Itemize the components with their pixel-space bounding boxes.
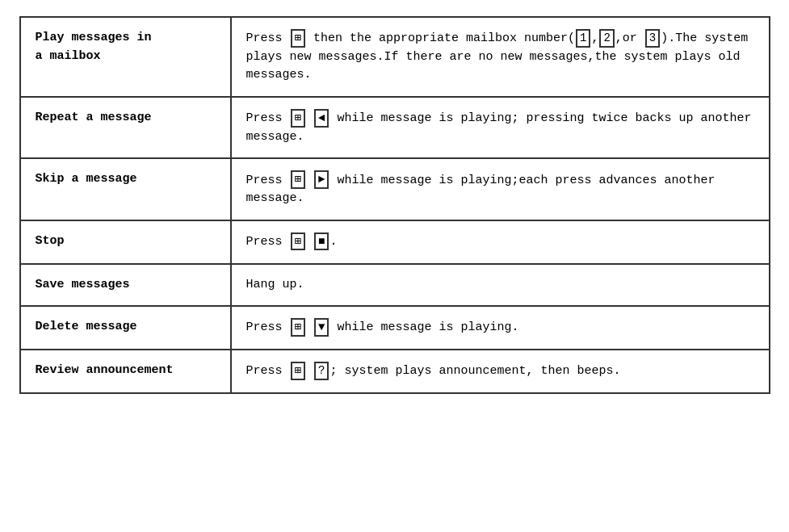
action-label: Repeat a message [36, 111, 152, 124]
description-text: Press ⊞ ▼ while message is playing. [246, 320, 519, 334]
key-icon: ⊞ [291, 318, 305, 337]
description-text: Press ⊞ ► while message is playing;each … [246, 174, 716, 206]
action-label: Stop [36, 234, 65, 248]
table-row: Repeat a message Press ⊞ ◄ while message… [21, 97, 769, 158]
key-icon: ⊞ [291, 232, 305, 251]
key-icon: ⊞ [291, 362, 305, 380]
key-icon: 3 [645, 29, 660, 48]
action-cell: Repeat a message [21, 97, 231, 158]
description-text: Hang up. [246, 278, 304, 291]
action-label: Save messages [36, 278, 130, 291]
description-cell: Press ⊞ then the appropriate mailbox num… [231, 18, 769, 97]
description-text: Press ⊞ ■. [246, 235, 338, 249]
table-row: Play messages ina mailbox Press ⊞ then t… [21, 18, 769, 97]
action-cell: Review announcement [21, 350, 231, 392]
key-icon: ⊞ [291, 29, 305, 48]
key-icon: ▼ [314, 318, 329, 337]
key-icon: ◄ [314, 109, 329, 128]
description-text: Press ⊞ then the appropriate mailbox num… [246, 31, 749, 82]
action-label: Skip a message [36, 172, 137, 186]
description-cell: Press ⊞ ► while message is playing;each … [231, 158, 769, 220]
key-icon: 1 [576, 29, 590, 48]
key-icon: ⊞ [291, 109, 305, 128]
action-label: Review announcement [36, 363, 174, 377]
table-row: Review announcement Press ⊞ ?; system pl… [21, 350, 769, 392]
key-icon: ⊞ [291, 170, 305, 189]
table-row: Skip a message Press ⊞ ► while message i… [21, 158, 769, 220]
action-cell: Stop [21, 220, 231, 264]
instructions-table: Play messages ina mailbox Press ⊞ then t… [19, 16, 770, 394]
action-label: Delete message [36, 320, 137, 333]
description-cell: Hang up. [231, 264, 769, 307]
key-icon: ■ [314, 232, 329, 251]
action-cell: Skip a message [21, 158, 231, 220]
description-cell: Press ⊞ ?; system plays announcement, th… [231, 350, 769, 392]
key-icon: ? [314, 362, 329, 380]
action-cell: Save messages [21, 264, 231, 307]
table-row: Save messages Hang up. [21, 264, 769, 307]
action-cell: Play messages ina mailbox [21, 18, 231, 97]
key-icon: ► [314, 170, 329, 189]
description-text: Press ⊞ ?; system plays announcement, th… [246, 364, 621, 378]
action-label: Play messages ina mailbox [36, 31, 152, 63]
description-cell: Press ⊞ ▼ while message is playing. [231, 306, 769, 350]
action-cell: Delete message [21, 306, 231, 350]
description-cell: Press ⊞ ■. [231, 220, 769, 264]
table-row: Delete message Press ⊞ ▼ while message i… [21, 306, 769, 350]
description-cell: Press ⊞ ◄ while message is playing; pres… [231, 97, 769, 158]
table-row: Stop Press ⊞ ■. [21, 220, 769, 264]
key-icon: 2 [599, 29, 614, 48]
description-text: Press ⊞ ◄ while message is playing; pres… [246, 111, 752, 144]
